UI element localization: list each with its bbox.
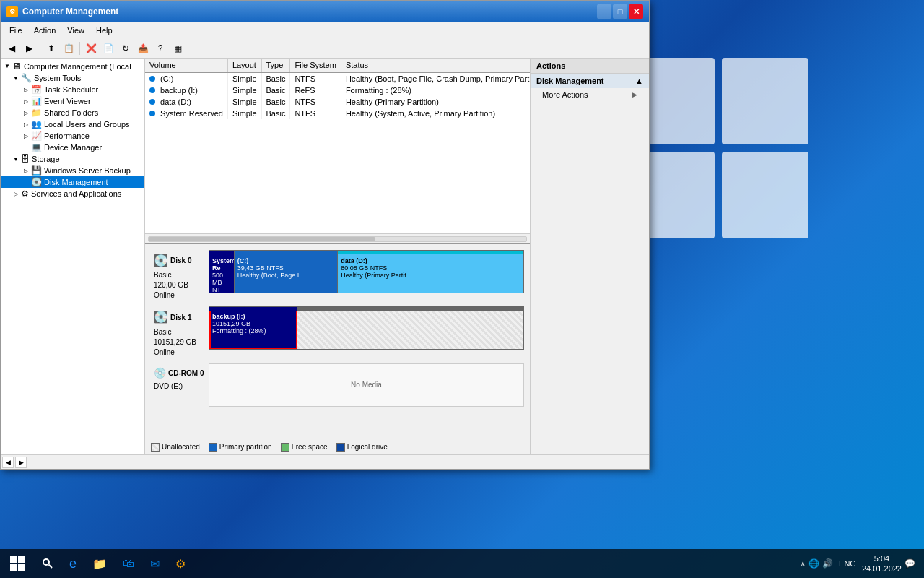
taskbar-notif[interactable]: 💬 [905,558,915,569]
more-actions-label: More Actions [542,90,588,99]
device-manager-arrow [21,142,31,152]
store-icon: 🛍 [123,557,134,570]
tree-local-users[interactable]: ▷ 👥 Local Users and Groups [1,118,144,130]
volume-icon [149,111,155,116]
taskbar-explorer[interactable]: 📁 [85,551,114,577]
nav-prev[interactable]: ◀ [2,457,14,468]
tree-device-manager[interactable]: 💻 Device Manager [1,142,144,153]
cdrom-type: DVD (E:) [154,381,206,392]
tree-event-viewer[interactable]: ▷ 📊 Event Viewer [1,95,144,107]
tree-root[interactable]: ▼ 🖥 Computer Management (Local [1,60,144,72]
table-row[interactable]: (C:) Simple Basic NTFS Healthy (Boot, Pa… [145,72,530,85]
cdrom-icon: 💿 [154,366,166,381]
svg-rect-5 [18,556,25,563]
tree-shared-folders[interactable]: ▷ 📁 Shared Folders [1,107,144,118]
actions-pane: Actions Disk Management ▲ More Actions ▶ [530,59,649,454]
system-tools-arrow: ▼ [11,73,21,83]
toolbar-help[interactable]: ? [152,40,168,56]
menu-help[interactable]: Help [90,25,118,36]
table-row[interactable]: data (D:) Simple Basic NTFS Healthy (Pri… [145,96,530,108]
row1-type: Basic [261,85,290,96]
taskbar-clock[interactable]: 5:04 24.01.2022 [862,553,902,574]
legend-label-free: Free space [292,443,328,451]
disk-management-section[interactable]: Disk Management ▲ [531,74,649,88]
menu-view[interactable]: View [61,25,90,36]
volume-icon [149,99,155,105]
taskbar-items: e 📁 🛍 ✉ ⚙ [35,551,798,577]
svg-rect-4 [10,556,17,563]
taskbar-search[interactable] [35,551,61,577]
row1-status: Formatting : (28%) [341,85,530,96]
event-viewer-label: Event Viewer [44,97,91,105]
tree-server-backup[interactable]: ▷ 💾 Windows Server Backup [1,165,144,176]
scroll-thumb-h [149,237,375,241]
partition-size: 500 MB NT [212,272,231,293]
disk1-partition-unalloc[interactable] [297,307,523,349]
server-backup-arrow: ▷ [21,165,31,176]
device-manager-label: Device Manager [44,143,102,152]
toolbar-refresh[interactable]: ↻ [118,40,134,56]
col-layout: Layout [227,59,261,72]
legend-label-unalloc: Unallocated [162,443,200,451]
window-title: Computer Management [22,7,118,17]
partition-size: 80,08 GB NTFS [341,264,520,272]
maximize-button[interactable]: □ [613,4,627,19]
table-row[interactable]: System Reserved Simple Basic NTFS Health… [145,108,530,119]
toolbar-back[interactable]: ◀ [4,40,19,56]
disk1-partition-backup[interactable]: backup (I:) 10151,29 GB Formatting : (28… [209,307,297,349]
tree-task-scheduler[interactable]: ▷ 📅 Task Scheduler [1,84,144,95]
toolbar-forward[interactable]: ▶ [21,40,37,56]
title-bar: ⚙ Computer Management ─ □ ✕ [1,1,649,22]
device-manager-icon: 💻 [31,142,42,152]
partition-topbar [209,251,234,254]
menu-file[interactable]: File [4,25,28,36]
toolbar-up[interactable]: ⬆ [43,40,59,56]
minimize-button[interactable]: ─ [597,4,611,19]
tree-disk-management[interactable]: 💽 Disk Management [1,176,144,188]
taskbar-compmgmt[interactable]: ⚙ [168,551,193,577]
cdrom-partitions: No Media [209,363,524,407]
close-button[interactable]: ✕ [629,4,643,19]
toolbar-export[interactable]: 📤 [135,40,151,56]
nav-next[interactable]: ▶ [15,457,27,468]
start-button[interactable] [3,549,32,578]
taskbar-ie[interactable]: e [62,551,84,577]
disk-management-arrow [21,177,31,187]
table-row[interactable]: backup (I:) Simple Basic ReFS Formatting… [145,85,530,96]
tree-performance[interactable]: ▷ 📈 Performance [1,130,144,142]
volume-icon [149,87,155,93]
disk0-partition-0[interactable]: System Re 500 MB NT Healthy (S) [209,251,235,293]
window-icon: ⚙ [6,6,18,17]
row2-fs: NTFS [290,96,341,108]
main-content: ▼ 🖥 Computer Management (Local ▼ 🔧 Syste… [1,59,649,454]
tree-system-tools[interactable]: ▼ 🔧 System Tools [1,72,144,84]
disk0-partition-1[interactable]: (C:) 39,43 GB NTFS Healthy (Boot, Page I [235,251,339,293]
svg-rect-6 [10,564,17,571]
desktop-wallpaper-logo [628,58,816,247]
services-label: Services and Applications [31,189,121,198]
horizontal-scrollbar[interactable] [145,233,530,243]
disk0-partition-2[interactable]: data (D:) 80,08 GB NTFS Healthy (Primary… [338,251,523,293]
row2-type: Basic [261,96,290,108]
menu-action[interactable]: Action [28,25,62,36]
more-actions-item[interactable]: More Actions ▶ [531,88,649,101]
taskbar-chevron[interactable]: ∧ [801,560,806,567]
disk-management-icon: 💽 [31,177,42,187]
toolbar-show-hide[interactable]: 📋 [61,40,77,56]
toolbar-grid[interactable]: ▦ [170,40,186,56]
taskbar-mail[interactable]: ✉ [143,551,167,577]
tree-storage[interactable]: ▼ 🗄 Storage [1,153,144,165]
shared-folders-arrow: ▷ [21,108,31,118]
taskbar-store[interactable]: 🛍 [116,551,141,577]
tree-services[interactable]: ▷ ⚙ Services and Applications [1,188,144,199]
partition-topbar [209,307,297,311]
row2-layout: Simple [227,96,261,108]
row2-status: Healthy (Primary Partition) [341,96,530,108]
toolbar-properties[interactable]: ❌ [83,40,99,56]
legend-logical: Logical drive [336,443,388,452]
toolbar-new[interactable]: 📄 [100,40,116,56]
legend-primary: Primary partition [209,443,272,452]
taskbar-network-icon: 🌐 [808,558,819,569]
partition-status: Formatting : (28%) [212,327,294,335]
clock-date: 24.01.2022 [862,564,902,574]
